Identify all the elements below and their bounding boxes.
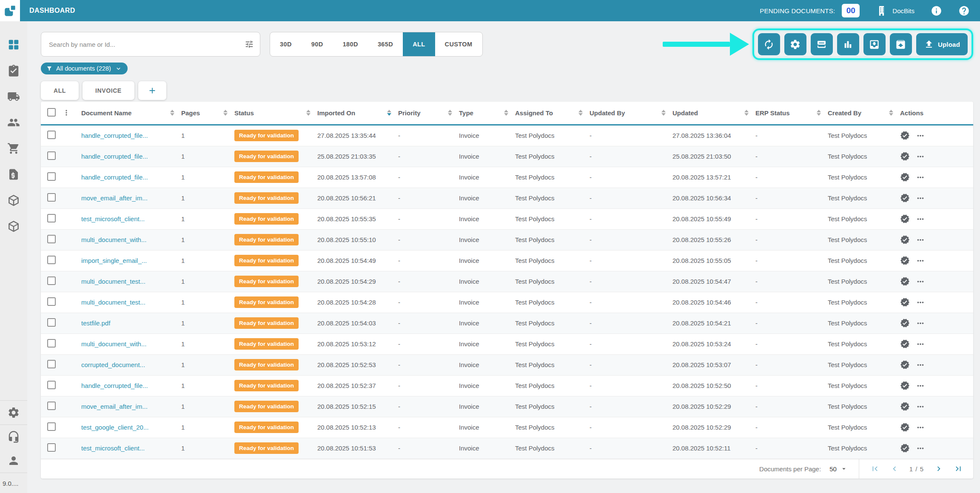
- tab-invoice[interactable]: INVOICE: [83, 81, 134, 100]
- column-header-pages[interactable]: Pages: [181, 109, 200, 117]
- row-more-options-icon[interactable]: [916, 423, 925, 432]
- validate-seal-check-icon[interactable]: [900, 360, 910, 370]
- settings-gear-icon[interactable]: [7, 406, 20, 419]
- validate-seal-check-icon[interactable]: [900, 214, 910, 224]
- document-name-link[interactable]: handle_corrupted_file...: [81, 382, 148, 389]
- analytics-button[interactable]: [837, 33, 859, 55]
- row-checkbox[interactable]: [47, 214, 56, 222]
- search-filter-tune-icon[interactable]: [245, 40, 254, 49]
- sidebar-item-invoices[interactable]: [7, 168, 20, 181]
- profile-person-icon[interactable]: [7, 454, 20, 467]
- previous-page-icon[interactable]: [890, 464, 899, 473]
- document-name-link[interactable]: handle_corrupted_file...: [81, 153, 148, 160]
- scanner-button[interactable]: [811, 33, 833, 55]
- row-more-options-icon[interactable]: [916, 319, 925, 328]
- sort-icon-active[interactable]: [387, 110, 391, 116]
- row-checkbox[interactable]: [47, 402, 56, 410]
- row-checkbox[interactable]: [47, 381, 56, 389]
- validate-seal-check-icon[interactable]: [900, 131, 910, 140]
- next-page-icon[interactable]: [934, 464, 943, 473]
- row-more-options-icon[interactable]: [916, 444, 925, 453]
- validate-seal-check-icon[interactable]: [900, 422, 910, 432]
- sort-icon[interactable]: [306, 110, 311, 116]
- info-icon[interactable]: [931, 5, 942, 17]
- sort-icon[interactable]: [889, 110, 893, 116]
- row-checkbox[interactable]: [47, 151, 56, 160]
- row-checkbox[interactable]: [47, 318, 56, 327]
- validate-seal-check-icon[interactable]: [900, 381, 910, 390]
- document-name-link[interactable]: multi_document_with...: [81, 236, 146, 243]
- org-switcher[interactable]: DocBits: [876, 5, 914, 17]
- validate-seal-check-icon[interactable]: [900, 318, 910, 328]
- sidebar-item-shipping-truck[interactable]: [7, 90, 20, 103]
- validate-seal-check-icon[interactable]: [900, 235, 910, 245]
- last-page-icon[interactable]: [954, 464, 963, 473]
- row-more-options-icon[interactable]: [916, 173, 925, 182]
- row-more-options-icon[interactable]: [916, 360, 925, 370]
- sort-icon[interactable]: [448, 110, 452, 116]
- columns-kebab-icon[interactable]: [62, 108, 71, 117]
- sort-icon[interactable]: [661, 110, 666, 116]
- validate-seal-check-icon[interactable]: [900, 443, 910, 453]
- row-more-options-icon[interactable]: [916, 298, 925, 307]
- row-checkbox[interactable]: [47, 193, 56, 202]
- document-name-link[interactable]: multi_document_test...: [81, 278, 145, 285]
- document-name-link[interactable]: import_single_email_...: [81, 257, 147, 264]
- sidebar-item-products[interactable]: [7, 220, 20, 233]
- validate-seal-check-icon[interactable]: [900, 339, 910, 349]
- sort-icon[interactable]: [817, 110, 821, 116]
- archive-upload-button[interactable]: [890, 33, 912, 55]
- validate-seal-check-icon[interactable]: [900, 151, 910, 161]
- row-checkbox[interactable]: [47, 339, 56, 348]
- column-header-created-by[interactable]: Created By: [828, 109, 861, 117]
- validate-seal-check-icon[interactable]: [900, 172, 910, 182]
- column-header-status[interactable]: Status: [234, 109, 254, 117]
- sidebar-item-users[interactable]: [7, 116, 20, 129]
- sort-icon[interactable]: [223, 110, 228, 116]
- range-365d-button[interactable]: 365D: [368, 32, 403, 56]
- document-name-link[interactable]: multi_document_test...: [81, 299, 145, 306]
- documents-filter-chip[interactable]: All documents (228): [41, 63, 128, 74]
- column-header-erp-status[interactable]: ERP Status: [755, 109, 790, 117]
- row-more-options-icon[interactable]: [916, 152, 925, 161]
- settings-button[interactable]: [784, 33, 806, 55]
- row-checkbox[interactable]: [47, 422, 56, 431]
- row-checkbox[interactable]: [47, 276, 56, 285]
- row-checkbox[interactable]: [47, 131, 56, 139]
- row-more-options-icon[interactable]: [916, 194, 925, 203]
- row-more-options-icon[interactable]: [916, 256, 925, 265]
- row-checkbox[interactable]: [47, 256, 56, 264]
- first-page-icon[interactable]: [870, 464, 880, 473]
- row-more-options-icon[interactable]: [916, 214, 925, 224]
- sort-icon[interactable]: [578, 110, 583, 116]
- validate-seal-check-icon[interactable]: [900, 297, 910, 307]
- document-name-link[interactable]: corrupted_document...: [81, 361, 145, 368]
- row-more-options-icon[interactable]: [916, 381, 925, 390]
- sidebar-item-purchase-cart[interactable]: [7, 142, 20, 155]
- mail-import-button[interactable]: [863, 33, 886, 55]
- document-name-link[interactable]: move_email_after_im...: [81, 194, 148, 202]
- sidebar-item-dashboard[interactable]: [7, 38, 20, 51]
- row-more-options-icon[interactable]: [916, 339, 925, 349]
- column-header-assigned-to[interactable]: Assigned To: [515, 109, 553, 117]
- validate-seal-check-icon[interactable]: [900, 276, 910, 286]
- column-header-document-name[interactable]: Document Name: [81, 109, 131, 117]
- row-more-options-icon[interactable]: [916, 131, 925, 140]
- per-page-select[interactable]: 50: [829, 465, 848, 473]
- row-checkbox[interactable]: [47, 172, 56, 181]
- document-name-link[interactable]: testfile.pdf: [81, 319, 110, 327]
- row-more-options-icon[interactable]: [916, 402, 925, 411]
- validate-seal-check-icon[interactable]: [900, 193, 910, 203]
- range-30d-button[interactable]: 30D: [270, 32, 302, 56]
- document-name-link[interactable]: multi_document_with...: [81, 340, 146, 348]
- select-all-checkbox[interactable]: [47, 108, 56, 117]
- column-header-type[interactable]: Type: [459, 109, 473, 117]
- document-name-link[interactable]: test_google_client_20...: [81, 424, 148, 431]
- range-180d-button[interactable]: 180D: [333, 32, 368, 56]
- validate-seal-check-icon[interactable]: [900, 402, 910, 411]
- help-icon[interactable]: [958, 5, 970, 17]
- row-checkbox[interactable]: [47, 235, 56, 243]
- range-all-button[interactable]: ALL: [403, 32, 435, 56]
- support-headset-icon[interactable]: [7, 430, 20, 443]
- add-tab-button[interactable]: [138, 81, 166, 100]
